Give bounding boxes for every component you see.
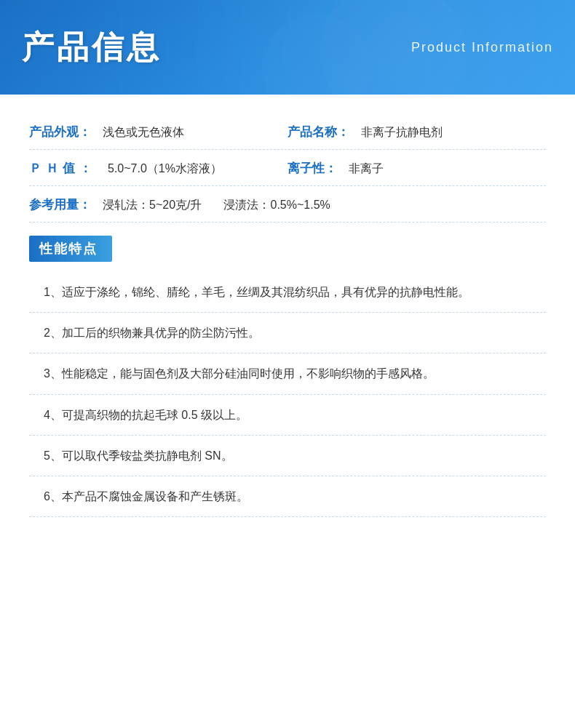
info-row-3: 参考用量： 浸轧法：5~20克/升 浸渍法：0.5%~1.5% — [29, 186, 546, 223]
page-header: 产品信息 Product Information — [0, 0, 575, 95]
content-area: 产品外观： 浅色或无色液体 产品名称： 非离子抗静电剂 ＰＨ值： 5.0~7.0… — [0, 95, 575, 539]
value-product-name: 非离子抗静电剂 — [361, 125, 443, 140]
info-row-1: 产品外观： 浅色或无色液体 产品名称： 非离子抗静电剂 — [29, 116, 546, 150]
value-appearance: 浅色或无色液体 — [103, 125, 184, 140]
label-ionic: 离子性： — [288, 160, 337, 177]
section-title: 性能特点 — [29, 236, 112, 262]
label-appearance: 产品外观： — [29, 124, 91, 140]
info-cell-name: 产品名称： 非离子抗静电剂 — [288, 124, 546, 140]
value-dosage-2: 浸渍法：0.5%~1.5% — [223, 198, 330, 213]
info-cell-dosage: 参考用量： 浸轧法：5~20克/升 浸渍法：0.5%~1.5% — [29, 196, 546, 213]
feature-list: 1、适应于涤纶，锦纶、腈纶，羊毛，丝绸及其混纺织品，具有优异的抗静电性能。2、加… — [29, 272, 546, 517]
value-ph: 5.0~7.0（1%水溶液） — [108, 161, 222, 177]
info-cell-appearance: 产品外观： 浅色或无色液体 — [29, 124, 288, 140]
label-ph: ＰＨ值： — [29, 160, 96, 177]
feature-item-6: 6、本产品不腐蚀金属设备和产生锈斑。 — [29, 476, 546, 517]
page-subtitle: Product Information — [411, 40, 553, 55]
info-row-2: ＰＨ值： 5.0~7.0（1%水溶液） 离子性： 非离子 — [29, 150, 546, 186]
feature-item-5: 5、可以取代季铵盐类抗静电剂 SN。 — [29, 436, 546, 476]
label-product-name: 产品名称： — [288, 124, 349, 140]
value-dosage-1: 浸轧法：5~20克/升 — [103, 198, 202, 213]
value-ionic: 非离子 — [349, 161, 384, 177]
feature-item-3: 3、性能稳定，能与固色剂及大部分硅油同时使用，不影响织物的手感风格。 — [29, 353, 546, 394]
feature-item-2: 2、加工后的织物兼具优异的防尘防污性。 — [29, 313, 546, 353]
page-title: 产品信息 — [22, 26, 162, 69]
feature-item-4: 4、可提高织物的抗起毛球 0.5 级以上。 — [29, 395, 546, 436]
info-cell-ionic: 离子性： 非离子 — [288, 160, 546, 177]
label-dosage: 参考用量： — [29, 196, 91, 213]
info-cell-ph: ＰＨ值： 5.0~7.0（1%水溶液） — [29, 160, 288, 177]
feature-item-1: 1、适应于涤纶，锦纶、腈纶，羊毛，丝绸及其混纺织品，具有优异的抗静电性能。 — [29, 272, 546, 313]
